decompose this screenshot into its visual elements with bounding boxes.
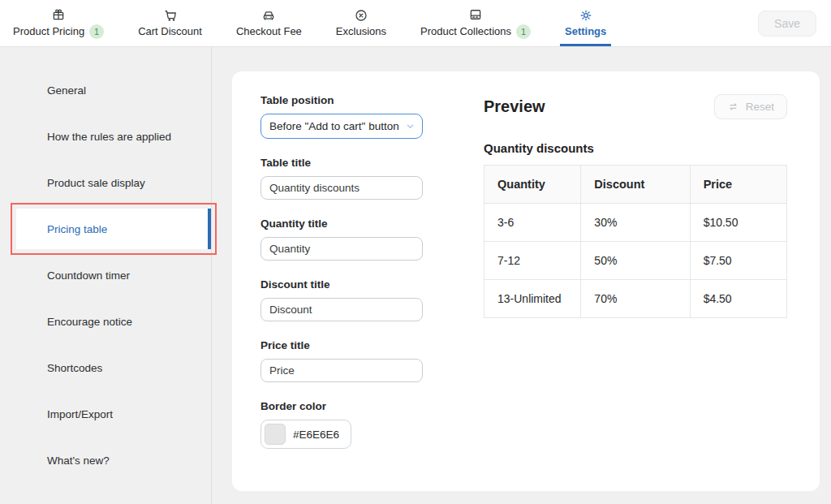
car-icon <box>261 8 276 23</box>
preview-table-cell: 30% <box>581 204 690 242</box>
price-title-label: Price title <box>260 339 423 351</box>
tab-exclusions[interactable]: Exclusions <box>331 0 391 46</box>
column-header-quantity: Quantity <box>484 166 581 204</box>
reset-label: Reset <box>746 101 774 113</box>
table-title-input[interactable] <box>260 176 423 200</box>
preview-table-title: Quantity discounts <box>484 141 787 155</box>
preview-heading: Preview <box>484 97 545 116</box>
sidebar-item-product-sale-display[interactable]: Product sale display <box>0 160 211 206</box>
table-position-field: Table position Before "Add to cart" butt… <box>260 94 423 139</box>
border-color-field: Border color #E6E6E6 <box>260 400 423 449</box>
border-color-label: Border color <box>260 400 423 412</box>
sidebar-item-countdown-timer[interactable]: Countdown timer <box>0 252 211 299</box>
tab-count-badge: 1 <box>516 24 531 39</box>
preview-table: Quantity Discount Price 3-630%$10.507-12… <box>484 165 787 318</box>
preview-table-row: 7-1250%$7.50 <box>484 242 787 280</box>
sidebar-item-import-export[interactable]: Import/Export <box>0 391 211 437</box>
column-header-price: Price <box>690 166 786 204</box>
preview-table-row: 13-Unlimited70%$4.50 <box>484 280 787 318</box>
preview-table-cell: $7.50 <box>690 242 786 280</box>
sidebar-item-pricing-table[interactable]: Pricing table <box>16 209 211 249</box>
table-position-label: Table position <box>260 94 423 106</box>
save-button[interactable]: Save <box>758 11 816 37</box>
sidebar-item-how-the-rules-are-applied[interactable]: How the rules are applied <box>0 114 211 160</box>
price-title-input[interactable] <box>260 359 423 382</box>
quantity-title-input[interactable] <box>260 237 423 261</box>
tab-bar: Product Pricing1Cart DiscountCheckout Fe… <box>8 0 611 46</box>
tab-label: Settings <box>565 25 606 37</box>
discount-title-input[interactable] <box>260 298 423 321</box>
table-position-value: Before "Add to cart" button <box>269 120 399 132</box>
reset-icon <box>727 101 739 113</box>
table-position-select[interactable]: Before "Add to cart" button <box>260 114 423 139</box>
preview-table-cell: 70% <box>581 280 690 318</box>
cart-icon <box>163 8 178 23</box>
table-title-field: Table title <box>260 157 423 200</box>
color-swatch <box>265 424 286 445</box>
border-color-value: #E6E6E6 <box>293 429 339 441</box>
gear-icon <box>579 8 593 23</box>
tab-checkout-fee[interactable]: Checkout Fee <box>231 0 307 46</box>
preview-table-cell: $10.50 <box>690 204 786 242</box>
sidebar-item-what-s-new[interactable]: What's new? <box>0 437 211 484</box>
preview-table-body: 3-630%$10.507-1250%$7.5013-Unlimited70%$… <box>484 204 787 318</box>
preview-table-cell: $4.50 <box>690 280 786 318</box>
sidebar: GeneralHow the rules are appliedProduct … <box>0 47 212 504</box>
tab-label: Product Pricing <box>13 25 84 37</box>
sidebar-item-shortcodes[interactable]: Shortcodes <box>0 345 211 391</box>
table-title-label: Table title <box>260 157 423 169</box>
discount-title-field: Discount title <box>260 278 423 321</box>
preview-table-row: 3-630%$10.50 <box>484 204 787 242</box>
preview-table-cell: 7-12 <box>484 242 581 280</box>
sidebar-item-general[interactable]: General <box>0 67 211 114</box>
top-tab-bar: Product Pricing1Cart DiscountCheckout Fe… <box>0 0 831 47</box>
circle-x-icon <box>354 8 368 23</box>
main-area: GeneralHow the rules are appliedProduct … <box>0 47 831 504</box>
tab-label: Checkout Fee <box>236 25 302 37</box>
tab-count-badge: 1 <box>89 24 104 39</box>
tab-label: Product Collections <box>420 25 511 37</box>
sidebar-item-encourage-notice[interactable]: Encourage notice <box>0 299 211 345</box>
preview-table-cell: 13-Unlimited <box>484 280 581 318</box>
quantity-title-field: Quantity title <box>260 218 423 261</box>
quantity-title-label: Quantity title <box>260 218 423 230</box>
app-window: Product Pricing1Cart DiscountCheckout Fe… <box>0 0 831 504</box>
chevron-down-icon <box>404 120 416 132</box>
tab-settings[interactable]: Settings <box>560 0 611 46</box>
reset-button[interactable]: Reset <box>714 94 787 119</box>
settings-card: Table position Before "Add to cart" butt… <box>232 71 820 491</box>
tab-product-collections[interactable]: Product Collections1 <box>416 0 536 46</box>
preview-panel: Preview Reset Quantity discounts Quantit… <box>484 94 787 468</box>
tab-product-pricing[interactable]: Product Pricing1 <box>8 0 109 46</box>
preview-table-header-row: Quantity Discount Price <box>484 166 787 204</box>
tab-cart-discount[interactable]: Cart Discount <box>133 0 207 46</box>
column-header-discount: Discount <box>581 166 690 204</box>
preview-table-cell: 3-6 <box>484 204 581 242</box>
preview-table-cell: 50% <box>581 242 690 280</box>
grid-icon <box>468 7 483 22</box>
pricing-table-form: Table position Before "Add to cart" butt… <box>260 94 423 468</box>
discount-title-label: Discount title <box>260 278 423 291</box>
border-color-picker[interactable]: #E6E6E6 <box>260 420 351 449</box>
price-title-field: Price title <box>260 339 423 382</box>
tab-label: Exclusions <box>336 25 386 37</box>
gift-icon <box>51 7 66 22</box>
tab-label: Cart Discount <box>138 25 202 37</box>
